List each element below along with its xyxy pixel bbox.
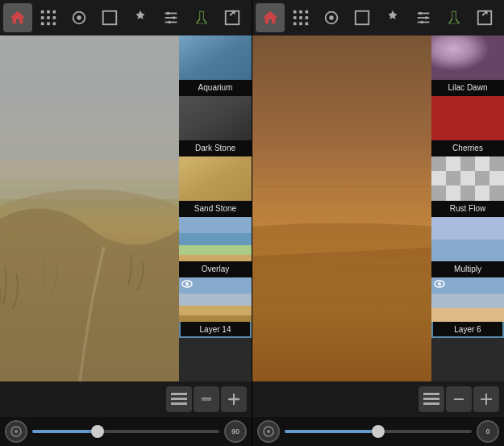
svg-rect-98	[423, 393, 439, 395]
svg-line-71	[252, 305, 431, 310]
left-layer-aquarium[interactable]: Aquarium	[179, 35, 252, 96]
left-layer-darkstone-label: Dark Stone	[179, 140, 252, 156]
svg-point-21	[0, 190, 179, 305]
svg-rect-40	[171, 398, 187, 400]
svg-rect-101	[454, 398, 464, 400]
right-layer-6[interactable]: Layer 6	[431, 277, 504, 338]
svg-rect-80	[489, 156, 504, 171]
right-texture-btn[interactable]	[286, 3, 315, 32]
right-layer-multiply[interactable]: Multiply	[431, 217, 504, 277]
svg-rect-76	[431, 156, 446, 171]
svg-rect-11	[103, 11, 117, 25]
svg-rect-20	[0, 160, 179, 199]
right-thumb-multiply	[431, 217, 504, 261]
left-thumb-aquarium	[179, 35, 252, 80]
left-bottom-controls	[0, 381, 252, 417]
left-layer-plus-btn[interactable]	[221, 386, 247, 412]
svg-point-62	[419, 12, 423, 15]
left-export-btn[interactable]	[218, 3, 247, 32]
svg-rect-4	[47, 16, 50, 19]
left-slider-thumb[interactable]	[91, 425, 104, 438]
right-layer-rustflow[interactable]: Rust Flow	[431, 156, 504, 217]
left-angle-btn[interactable]: 90	[224, 420, 247, 443]
right-eye-icon-6	[434, 280, 445, 288]
svg-rect-28	[179, 156, 252, 201]
left-thumb-darkstone	[179, 96, 252, 140]
left-blend-btn[interactable]	[126, 3, 155, 32]
right-layers-icon-btn[interactable]	[419, 386, 444, 412]
svg-point-15	[167, 12, 170, 15]
right-bottom-controls	[252, 381, 504, 417]
right-canvas[interactable]	[252, 35, 431, 381]
right-layer-multiply-label: Multiply	[431, 261, 504, 277]
left-layer-controls	[166, 386, 247, 412]
right-layer-minus-btn[interactable]	[446, 386, 472, 412]
svg-point-16	[173, 16, 176, 19]
left-adjust-btn[interactable]	[156, 3, 185, 32]
svg-rect-81	[431, 171, 446, 185]
right-layer-rustflow-label: Rust Flow	[431, 201, 504, 217]
right-main-area: Lilac Dawn Cherries	[252, 35, 504, 381]
svg-rect-78	[460, 156, 475, 171]
right-adjust-btn[interactable]	[409, 3, 438, 32]
svg-rect-34	[179, 294, 252, 306]
right-slider-thumb[interactable]	[372, 425, 385, 438]
svg-rect-39	[171, 393, 187, 395]
svg-rect-87	[446, 185, 460, 201]
left-layer-sandstone-label: Sand Stone	[179, 201, 252, 217]
svg-rect-6	[41, 23, 44, 26]
left-layer-overlay[interactable]: Overlay	[179, 217, 252, 277]
svg-rect-95	[431, 308, 504, 322]
svg-rect-84	[475, 171, 489, 185]
left-frame-btn[interactable]	[95, 3, 124, 32]
right-home-btn[interactable]	[256, 3, 285, 32]
svg-rect-35	[179, 306, 252, 315]
left-thumb-sandstone	[179, 156, 252, 201]
left-layer-darkstone[interactable]: Dark Stone	[179, 96, 252, 156]
left-layer-14[interactable]: Layer 14	[179, 277, 252, 338]
svg-point-97	[438, 282, 441, 286]
left-layer-sandstone[interactable]: Sand Stone	[179, 156, 252, 217]
svg-rect-51	[299, 16, 302, 19]
svg-rect-32	[179, 255, 252, 261]
left-lab-btn[interactable]	[187, 3, 216, 32]
right-layer-cherries[interactable]: Cherries	[431, 96, 504, 156]
right-slider-knob[interactable]	[257, 420, 280, 443]
right-export-btn[interactable]	[470, 3, 499, 32]
svg-rect-44	[228, 398, 240, 400]
right-toolbar	[252, 0, 504, 35]
right-thumb-rustflow	[431, 156, 504, 201]
svg-rect-88	[460, 185, 475, 201]
svg-point-46	[15, 430, 18, 433]
left-canvas[interactable]	[0, 35, 179, 381]
svg-rect-92	[431, 217, 504, 240]
left-layers-icon-btn[interactable]	[166, 386, 192, 412]
left-slider-fill	[32, 430, 98, 433]
right-blend-btn[interactable]	[378, 3, 407, 32]
left-texture-btn[interactable]	[34, 3, 63, 32]
left-slider-knob[interactable]	[5, 420, 27, 443]
right-lab-btn[interactable]	[439, 3, 469, 32]
svg-rect-89	[475, 185, 489, 201]
right-effects-btn[interactable]	[317, 3, 346, 32]
left-layer-14-label: Layer 14	[179, 322, 252, 338]
svg-rect-42	[202, 398, 211, 398]
svg-rect-94	[431, 294, 504, 308]
right-frame-btn[interactable]	[348, 3, 377, 32]
right-layer-lilacdawn[interactable]: Lilac Dawn	[431, 35, 504, 96]
svg-rect-31	[179, 245, 252, 255]
svg-rect-24	[179, 35, 252, 80]
right-angle-btn[interactable]: 0	[477, 420, 499, 443]
right-slider-track[interactable]	[285, 430, 472, 433]
svg-rect-5	[53, 16, 56, 19]
svg-rect-52	[306, 16, 309, 19]
right-layer-plus-btn[interactable]	[473, 386, 499, 412]
left-layer-minus-btn[interactable]	[194, 386, 219, 412]
left-slider-track[interactable]	[32, 430, 219, 433]
svg-rect-54	[299, 23, 302, 26]
svg-rect-3	[41, 16, 44, 19]
left-home-btn[interactable]	[3, 3, 32, 32]
svg-rect-73	[431, 35, 504, 80]
left-effects-btn[interactable]	[65, 3, 94, 32]
right-layer-lilacdawn-label: Lilac Dawn	[431, 80, 504, 96]
